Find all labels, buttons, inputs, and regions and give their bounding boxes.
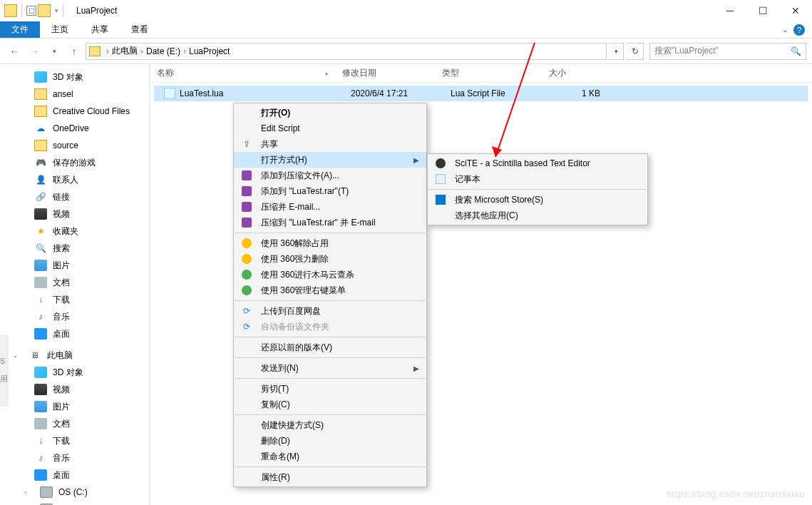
- i-pic-icon: [34, 401, 47, 412]
- sidebar-item[interactable]: 3D 对象: [0, 364, 149, 381]
- sidebar-item[interactable]: 桌面: [0, 466, 149, 484]
- menu-rename[interactable]: 重命名(M): [234, 449, 426, 464]
- menu-baidu-upload[interactable]: ⟳上传到百度网盘: [234, 303, 426, 319]
- sidebar-item[interactable]: ★收藏夹: [0, 223, 149, 240]
- sidebar-item[interactable]: source: [0, 137, 149, 154]
- menu-share[interactable]: ⇪共享: [234, 136, 426, 152]
- breadcrumb[interactable]: › 此电脑 › Date (E:) › LuaProject: [86, 43, 607, 60]
- menu-360-unlock[interactable]: 使用 360解除占用: [234, 235, 426, 251]
- maximize-button[interactable]: ☐: [746, 0, 779, 21]
- sidebar-this-pc[interactable]: ⌄🖥此电脑: [0, 347, 149, 364]
- menu-delete[interactable]: 删除(D): [234, 433, 426, 449]
- menu-choose-other[interactable]: 选择其他应用(C): [428, 208, 647, 223]
- column-name[interactable]: 名称▴: [150, 67, 335, 79]
- history-dropdown[interactable]: ▾: [46, 43, 63, 60]
- navigation-pane[interactable]: 3D 对象anselCreative Cloud Files☁OneDrives…: [0, 64, 150, 505]
- menu-360-context[interactable]: 使用 360管理右键菜单: [234, 282, 426, 298]
- sidebar-item[interactable]: 视频: [0, 205, 149, 223]
- menu-search-store[interactable]: 搜索 Microsoft Store(S): [428, 192, 647, 208]
- winrar-icon: [242, 186, 252, 196]
- forward-button[interactable]: →: [26, 43, 43, 60]
- sidebar-item[interactable]: ☁OneDrive: [0, 120, 149, 137]
- folder-icon[interactable]: [38, 4, 51, 17]
- i-drive-icon: [40, 486, 53, 498]
- breadcrumb-drive[interactable]: Date (E:): [146, 46, 180, 56]
- ribbon-expand-icon[interactable]: ⌄: [782, 26, 788, 34]
- minimize-button[interactable]: ─: [714, 0, 746, 21]
- breadcrumb-pc[interactable]: 此电脑: [112, 45, 138, 57]
- menu-baidu-autobackup[interactable]: ⟳自动备份该文件夹: [234, 319, 426, 335]
- share-icon: ⇪: [240, 138, 254, 150]
- sidebar-item[interactable]: 👤联系人: [0, 171, 149, 188]
- i-desktop-icon: [34, 328, 47, 340]
- menu-restore-prev[interactable]: 还原以前的版本(V): [234, 340, 426, 355]
- menu-notepad[interactable]: 记事本: [428, 171, 647, 187]
- ribbon-tab-file[interactable]: 文件: [0, 21, 40, 38]
- ribbon-tab-share[interactable]: 共享: [80, 21, 120, 38]
- refresh-button[interactable]: ↻: [627, 43, 644, 60]
- ribbon-tab-view[interactable]: 查看: [120, 21, 160, 38]
- chevron-right-icon[interactable]: ›: [24, 489, 33, 496]
- menu-scite[interactable]: SciTE - a Scintilla based Text Editor: [428, 155, 647, 171]
- menu-rar-email2[interactable]: 压缩到 "LuaTest.rar" 并 E-mail: [234, 215, 426, 230]
- i-folder-icon: [34, 106, 47, 117]
- sidebar-item-label: 下载: [53, 435, 70, 447]
- file-row-selected[interactable]: LuaTest.lua 2020/6/4 17:21 Lua Script Fi…: [154, 86, 808, 101]
- sidebar-item[interactable]: 桌面: [0, 325, 149, 342]
- qat-checkbox[interactable]: ☐: [26, 6, 36, 16]
- menu-send-to[interactable]: 发送到(N)▶: [234, 360, 426, 376]
- breadcrumb-folder[interactable]: LuaProject: [189, 46, 230, 56]
- column-size[interactable]: 大小: [542, 67, 585, 79]
- menu-copy[interactable]: 复制(C): [234, 397, 426, 412]
- menu-separator: [235, 378, 426, 379]
- menu-rar-email[interactable]: 压缩并 E-mail...: [234, 199, 426, 215]
- menu-edit-script[interactable]: Edit Script: [234, 121, 426, 136]
- sidebar-item[interactable]: 图片: [0, 257, 149, 274]
- chevron-down-icon[interactable]: ▾: [55, 7, 58, 14]
- i-video-icon: [34, 208, 47, 220]
- up-button[interactable]: ↑: [66, 43, 83, 60]
- menu-open[interactable]: 打开(O): [234, 105, 426, 121]
- back-button[interactable]: ←: [6, 43, 23, 60]
- menu-360-trojan-scan[interactable]: 使用 360进行木马云查杀: [234, 267, 426, 282]
- column-type[interactable]: 类型: [435, 67, 542, 79]
- sidebar-item[interactable]: 文档: [0, 274, 149, 291]
- sidebar-item[interactable]: 🔗链接: [0, 188, 149, 205]
- help-icon[interactable]: ?: [793, 24, 805, 36]
- sidebar-item[interactable]: ›Program (D:): [0, 501, 149, 505]
- store-icon: [436, 195, 446, 205]
- menu-create-shortcut[interactable]: 创建快捷方式(S): [234, 417, 426, 433]
- menu-rar-add[interactable]: 添加到压缩文件(A)...: [234, 168, 426, 183]
- sidebar-item[interactable]: 文档: [0, 415, 149, 432]
- sidebar-item[interactable]: ansel: [0, 86, 149, 103]
- sidebar-item[interactable]: ›OS (C:): [0, 484, 149, 501]
- breadcrumb-sep: ›: [139, 46, 145, 56]
- ribbon-tab-home[interactable]: 主页: [40, 21, 80, 38]
- chevron-down-icon[interactable]: ⌄: [13, 352, 21, 359]
- sidebar-item[interactable]: 🔍搜索: [0, 240, 149, 257]
- sidebar-item[interactable]: 视频: [0, 381, 149, 398]
- folder-icon[interactable]: [4, 4, 17, 17]
- sidebar-item[interactable]: ↓下载: [0, 432, 149, 449]
- search-input[interactable]: 搜索"LuaProject" 🔍: [649, 43, 806, 60]
- menu-properties[interactable]: 属性(R): [234, 469, 426, 485]
- address-dropdown[interactable]: ▾: [610, 43, 624, 60]
- sidebar-item[interactable]: 🎮保存的游戏: [0, 154, 149, 171]
- i-game-icon: 🎮: [34, 157, 47, 168]
- menu-cut[interactable]: 剪切(T): [234, 381, 426, 397]
- menu-rar-addto[interactable]: 添加到 "LuaTest.rar"(T): [234, 183, 426, 199]
- sidebar-item[interactable]: 图片: [0, 398, 149, 415]
- sidebar-item[interactable]: ♪音乐: [0, 449, 149, 466]
- sidebar-item[interactable]: ↓下载: [0, 291, 149, 308]
- close-button[interactable]: ✕: [779, 0, 812, 21]
- chevron-right-icon: ▶: [413, 156, 419, 164]
- sidebar-item[interactable]: ♪音乐: [0, 308, 149, 325]
- winrar-icon: [242, 202, 252, 212]
- column-date[interactable]: 修改日期: [335, 67, 435, 79]
- menu-open-with[interactable]: 打开方式(H)▶: [234, 152, 426, 168]
- sidebar-item[interactable]: 3D 对象: [0, 68, 149, 86]
- sidebar-item[interactable]: Creative Cloud Files: [0, 103, 149, 120]
- menu-360-force-delete[interactable]: 使用 360强力删除: [234, 251, 426, 267]
- sidebar-item-label: 搜索: [53, 243, 70, 255]
- i-source-icon: [34, 140, 47, 151]
